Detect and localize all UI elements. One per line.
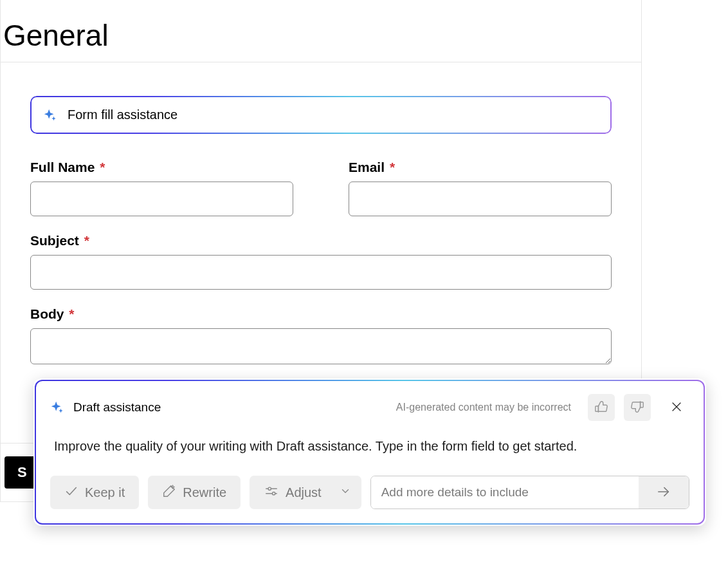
- detail-input-wrap: [370, 476, 689, 509]
- form-area: Form fill assistance Full Name * Email *: [1, 62, 641, 367]
- keep-it-label: Keep it: [85, 485, 125, 500]
- rewrite-icon: [162, 484, 176, 501]
- add-details-input[interactable]: [371, 476, 639, 508]
- close-icon: [671, 401, 682, 415]
- full-name-label: Full Name *: [30, 160, 293, 175]
- keep-it-button[interactable]: Keep it: [50, 476, 139, 509]
- email-input[interactable]: [349, 182, 612, 216]
- subject-label: Subject *: [30, 233, 612, 248]
- adjust-icon: [264, 484, 279, 501]
- draft-description: Improve the quality of your writing with…: [54, 439, 689, 454]
- close-button[interactable]: [664, 395, 689, 420]
- thumbs-up-icon: [594, 400, 608, 416]
- draft-header: Draft assistance AI-generated content ma…: [50, 394, 689, 421]
- send-arrow-icon: [655, 485, 672, 501]
- adjust-button[interactable]: Adjust: [250, 476, 361, 509]
- email-label-text: Email: [349, 160, 385, 174]
- subject-label-text: Subject: [30, 233, 79, 248]
- draft-disclaimer: AI-generated content may be incorrect: [396, 402, 571, 413]
- required-marker: *: [69, 306, 74, 321]
- required-marker: *: [390, 160, 395, 174]
- form-fill-assistance-label: Form fill assistance: [68, 107, 177, 122]
- draft-title: Draft assistance: [73, 400, 161, 415]
- svg-point-5: [273, 492, 275, 494]
- thumbs-up-button[interactable]: [588, 394, 615, 421]
- field-full-name: Full Name *: [30, 160, 293, 216]
- draft-assistance-popup: Draft assistance AI-generated content ma…: [33, 378, 706, 526]
- full-name-input[interactable]: [30, 182, 293, 216]
- required-marker: *: [100, 160, 105, 174]
- field-email: Email *: [349, 160, 612, 216]
- body-label-text: Body: [30, 306, 64, 321]
- page-title: General: [1, 0, 641, 62]
- adjust-label: Adjust: [286, 485, 322, 500]
- field-subject: Subject *: [30, 233, 612, 290]
- form-fill-assistance-banner[interactable]: Form fill assistance: [30, 96, 612, 134]
- subject-input[interactable]: [30, 255, 612, 290]
- draft-actions: Keep it Rewrite: [50, 476, 689, 509]
- rewrite-button[interactable]: Rewrite: [148, 476, 241, 509]
- send-button[interactable]: [639, 476, 689, 508]
- field-body: Body *: [30, 306, 612, 367]
- thumbs-down-button[interactable]: [624, 394, 651, 421]
- form-row-name-email: Full Name * Email *: [30, 160, 612, 233]
- email-label: Email *: [349, 160, 612, 175]
- required-marker: *: [84, 233, 89, 248]
- full-name-label-text: Full Name: [30, 160, 95, 174]
- sparkle-icon: [50, 400, 64, 415]
- body-input[interactable]: [30, 328, 612, 364]
- svg-point-3: [268, 487, 271, 490]
- body-label: Body *: [30, 306, 612, 322]
- chevron-down-icon: [340, 485, 351, 500]
- rewrite-label: Rewrite: [183, 485, 226, 500]
- check-icon: [64, 484, 78, 501]
- sparkle-icon: [43, 108, 57, 122]
- thumbs-down-icon: [630, 400, 644, 416]
